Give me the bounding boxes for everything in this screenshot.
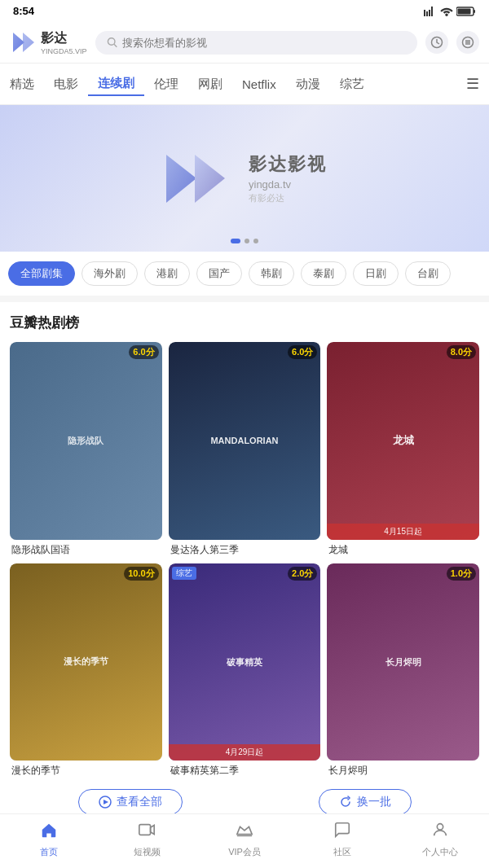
pill-domestic[interactable]: 国产 (196, 261, 242, 286)
dot-1 (231, 239, 240, 243)
tab-dongman[interactable]: 动漫 (286, 73, 330, 95)
card-score-6: 1.0分 (447, 567, 476, 581)
status-icons (424, 7, 476, 16)
pill-korean[interactable]: 韩剧 (249, 261, 294, 286)
list-item[interactable]: MANDALORIAN 6.0分 曼达洛人第三季 (169, 342, 321, 557)
tab-jingxuan[interactable]: 精选 (0, 73, 44, 95)
nav-home[interactable]: 首页 (24, 821, 73, 858)
svg-marker-15 (104, 800, 108, 804)
pill-overseas[interactable]: 海外剧 (82, 261, 138, 286)
tab-wangju[interactable]: 网剧 (188, 73, 232, 95)
svg-marker-3 (13, 33, 24, 52)
tab-zongyi[interactable]: 综艺 (330, 73, 374, 95)
card-title-5: 破事精英第二季 (169, 764, 321, 778)
nav-vip-label: VIP会员 (228, 846, 261, 858)
crown-icon (236, 821, 253, 844)
header: 影达 YINGDA5.VIP (0, 22, 489, 64)
svg-rect-16 (139, 825, 151, 835)
douban-section-title: 豆瓣热剧榜 (10, 313, 479, 332)
pill-thai[interactable]: 泰剧 (301, 261, 346, 286)
nav-profile[interactable]: 个人中心 (416, 821, 465, 858)
nav-vip[interactable]: VIP会员 (220, 821, 269, 858)
list-item[interactable]: 破事精英 综艺 2.0分 4月29日起 破事精英第二季 (169, 563, 321, 778)
nav-community[interactable]: 社区 (318, 821, 367, 858)
tab-lunli[interactable]: 伦理 (144, 73, 188, 95)
history-icon[interactable] (425, 31, 448, 54)
list-item[interactable]: 漫长的季节 10.0分 漫长的季节 (10, 563, 162, 778)
tab-netflix[interactable]: Netflix (232, 74, 286, 94)
card-title-4: 漫长的季节 (10, 764, 162, 778)
banner-logo-icon (162, 148, 236, 209)
logo: 影达 YINGDA5.VIP (10, 28, 87, 56)
play-icon (99, 796, 112, 809)
svg-line-6 (114, 44, 117, 46)
profile-icon (431, 821, 449, 844)
card-score-4: 10.0分 (124, 567, 158, 581)
svg-rect-1 (474, 10, 475, 13)
header-icons (425, 31, 479, 54)
home-icon (40, 821, 58, 844)
card-title-1: 隐形战队国语 (10, 543, 162, 557)
douban-grid: 隐形战队 6.0分 隐形战队国语 MANDALORIAN 6.0分 曼达洛人第三… (10, 342, 479, 778)
card-thumb-6: 长月烬明 1.0分 (327, 563, 479, 761)
video-icon (138, 821, 156, 844)
view-all-label: 查看全部 (117, 795, 162, 809)
pill-hk[interactable]: 港剧 (144, 261, 190, 286)
tab-dianying[interactable]: 电影 (44, 73, 88, 95)
card-thumb-1: 隐形战队 6.0分 (10, 342, 162, 540)
svg-point-5 (108, 38, 115, 46)
community-icon (333, 821, 351, 844)
card-thumb-2: MANDALORIAN 6.0分 (169, 342, 321, 540)
status-bar: 8:54 (0, 0, 489, 22)
card-score-3: 8.0分 (447, 345, 476, 359)
banner-slogan: 有影必达 (249, 192, 327, 204)
banner-url: yingda.tv (249, 178, 327, 191)
more-menu-icon[interactable]: ☰ (456, 72, 489, 96)
banner-title: 影达影视 (249, 152, 327, 177)
refresh-button[interactable]: 换一批 (319, 789, 412, 815)
nav-profile-label: 个人中心 (422, 846, 458, 858)
svg-marker-13 (195, 155, 225, 203)
svg-marker-12 (166, 155, 196, 203)
list-item[interactable]: 长月烬明 1.0分 长月烬明 (327, 563, 479, 778)
pill-taiwan[interactable]: 台剧 (405, 261, 451, 286)
nav-video-label: 短视频 (134, 846, 161, 858)
logo-main-text: 影达 (41, 30, 87, 47)
card-label-5: 综艺 (172, 567, 196, 580)
banner: 影达影视 yingda.tv 有影必达 (0, 105, 489, 252)
logo-sub-text: YINGDA5.VIP (41, 47, 87, 55)
refresh-icon (339, 796, 352, 809)
card-date-5: 4月29日起 (169, 744, 321, 761)
refresh-label: 换一批 (357, 795, 391, 809)
search-input[interactable] (122, 37, 406, 49)
card-score-5: 2.0分 (288, 567, 317, 581)
nav-home-label: 首页 (40, 846, 58, 858)
card-thumb-3: 龙城 8.0分 4月15日起 (327, 342, 479, 540)
nav-tabs: 精选 电影 连续剧 伦理 网剧 Netflix 动漫 综艺 ☰ (0, 64, 489, 105)
svg-marker-4 (23, 33, 34, 52)
tab-lianjuju[interactable]: 连续剧 (88, 72, 144, 96)
banner-dots (231, 239, 258, 243)
list-item[interactable]: 龙城 8.0分 4月15日起 龙城 (327, 342, 479, 557)
list-item[interactable]: 隐形战队 6.0分 隐形战队国语 (10, 342, 162, 557)
pill-all[interactable]: 全部剧集 (8, 261, 75, 286)
menu-icon[interactable] (456, 31, 479, 54)
category-pills: 全部剧集 海外剧 港剧 国产 韩剧 泰剧 日剧 台剧 (0, 252, 489, 296)
nav-video[interactable]: 短视频 (122, 821, 171, 858)
pill-japanese[interactable]: 日剧 (353, 261, 399, 286)
svg-marker-17 (151, 826, 155, 835)
status-time: 8:54 (13, 5, 34, 17)
nav-community-label: 社区 (333, 846, 351, 858)
card-thumb-5: 破事精英 综艺 2.0分 4月29日起 (169, 563, 321, 761)
search-bar[interactable] (95, 31, 417, 55)
svg-marker-18 (237, 826, 252, 834)
card-title-2: 曼达洛人第三季 (169, 543, 321, 557)
card-thumb-4: 漫长的季节 10.0分 (10, 563, 162, 761)
search-icon (107, 37, 117, 48)
view-all-button[interactable]: 查看全部 (78, 789, 183, 815)
bottom-nav: 首页 短视频 VIP会员 社区 (0, 813, 489, 868)
card-score-1: 6.0分 (129, 345, 158, 359)
douban-section: 豆瓣热剧榜 隐形战队 6.0分 隐形战队国语 MANDALORIAN (0, 302, 489, 831)
card-title-6: 长月烬明 (327, 764, 479, 778)
card-date-3: 4月15日起 (327, 524, 479, 540)
